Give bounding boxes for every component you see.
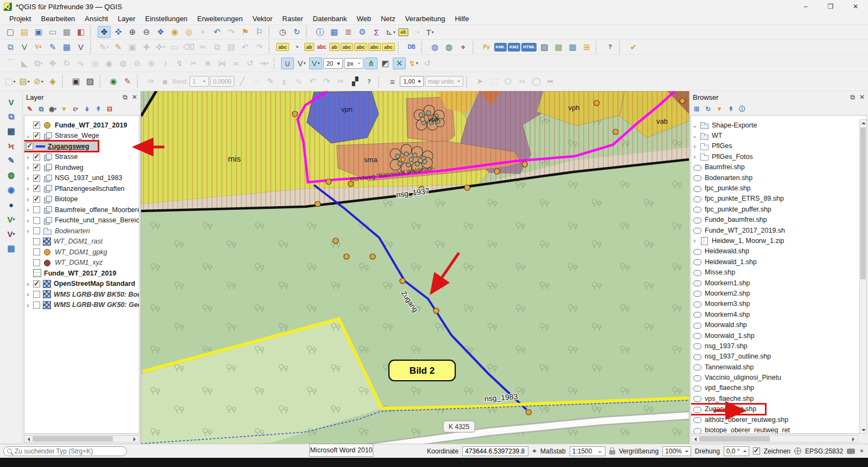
menu-item[interactable]: Projekt <box>4 14 36 24</box>
serval-help[interactable]: ? <box>362 75 375 87</box>
browser-item[interactable]: fpc_punkte.shp <box>691 183 866 193</box>
topological-editing[interactable]: ⋔ <box>365 57 378 69</box>
expander-icon[interactable] <box>691 132 698 139</box>
select-by-value[interactable]: ▤ <box>18 75 31 87</box>
left-dock-tool-10[interactable]: V <box>3 227 20 241</box>
zoom-native[interactable]: ⌖ <box>196 26 209 38</box>
restore-button[interactable]: ❐ <box>818 0 843 13</box>
simplify-feature[interactable]: ∿ <box>74 57 87 69</box>
layer-visibility-checkbox[interactable] <box>33 291 40 298</box>
left-dock-tool-9[interactable]: V <box>3 212 20 226</box>
zoom-full[interactable]: ❖ <box>154 26 167 38</box>
delete-part[interactable]: ⊗ <box>145 57 158 69</box>
browser-item[interactable]: Tannenwald.shp <box>691 362 866 372</box>
browser-item[interactable]: Shape-Exporte <box>691 120 866 130</box>
browser-item[interactable]: vps_flaeche.shp <box>691 393 866 404</box>
layer-tree-item[interactable]: Feuchte_und_nasse_Bereiche <box>24 215 139 226</box>
snapping-mode[interactable]: V <box>295 57 308 69</box>
merge-features[interactable]: ⋈ <box>215 57 228 69</box>
menu-item[interactable]: Datenbank <box>308 14 352 24</box>
layer-tree-item[interactable]: Pflanzengesellschaften <box>24 183 139 194</box>
enable-tracing[interactable]: ↯ <box>407 57 420 69</box>
style-manager[interactable]: ◧ <box>74 26 87 38</box>
layer-tree-item[interactable]: Baumfreie_offene_Moorbere <box>24 204 139 215</box>
left-dock-tool-1[interactable]: V <box>3 95 20 109</box>
expand-all[interactable]: ↡ <box>82 104 92 114</box>
line-width-icon[interactable]: ≡ <box>386 75 399 87</box>
raster-tools[interactable]: ▨ <box>538 41 551 53</box>
new-bookmark[interactable]: ⚑ <box>239 26 252 38</box>
show-bookmarks[interactable]: ⚐ <box>253 26 266 38</box>
select-freehand[interactable]: ∾ <box>516 75 529 87</box>
layout-manager[interactable]: ▦ <box>60 26 73 38</box>
layer-tree-item[interactable]: Strasse_Wege <box>24 131 139 142</box>
browser-item[interactable]: PflGes <box>691 141 866 151</box>
browser-item[interactable]: fpc_punkte_ETRS_89.shp <box>691 194 866 204</box>
left-dock-tool-5[interactable]: ✎ <box>3 153 20 168</box>
scroll-down-icon[interactable] <box>859 427 867 433</box>
move-label[interactable]: abc <box>354 43 367 51</box>
layer-tree-item[interactable]: Biotope <box>24 194 139 205</box>
processing-toolbox[interactable]: ⚙ <box>356 26 369 38</box>
statistical-summary[interactable]: ≣ <box>342 26 355 38</box>
text-annotation[interactable]: T <box>424 26 437 38</box>
raster-fill[interactable]: ◌ <box>250 75 263 87</box>
layer-visibility-checkbox[interactable] <box>33 206 40 213</box>
layer-visibility-checkbox[interactable] <box>33 280 40 287</box>
new-shapefile-layer[interactable]: V+ <box>32 41 45 53</box>
copy-move-feature[interactable]: ⧉ <box>32 57 45 69</box>
layer-tree-item[interactable]: WMS LGRB-BW GK50: Geo <box>24 300 139 311</box>
left-dock-tool-3[interactable]: ▦ <box>3 124 20 138</box>
export-html[interactable]: HTML <box>521 43 537 52</box>
split-parts[interactable]: ⋇ <box>201 57 214 69</box>
map-canvas[interactable]: mis vpn vpb vph vab sma nsg_1937 Rundweg… <box>141 91 689 444</box>
save-edits[interactable]: ▣ <box>126 41 139 53</box>
open-project[interactable]: ▤ <box>18 26 31 38</box>
scroll-thumb[interactable] <box>699 436 770 442</box>
menu-item[interactable]: Raster <box>277 14 308 24</box>
select-rectangle[interactable]: ⬚ <box>488 75 501 87</box>
fill-ring[interactable]: ◍ <box>117 57 130 69</box>
filter-browser[interactable]: ▼ <box>714 104 724 114</box>
layer-visibility-checkbox[interactable] <box>33 185 40 192</box>
browser-item[interactable]: vpd_flaeche.shp <box>691 383 866 393</box>
layers-hscrollbar[interactable] <box>24 435 139 443</box>
tolerance-units[interactable]: px <box>344 58 363 69</box>
layer-tree-item[interactable]: Rundweg <box>24 162 139 173</box>
left-dock-tool-2[interactable]: ⧉ <box>3 110 20 124</box>
browser-item[interactable]: Funde_WT_2017_2019.sh <box>691 225 866 235</box>
expander-icon[interactable] <box>24 290 31 298</box>
browser-item[interactable]: altholz_oberer_reutweg.shp <box>691 414 866 425</box>
layer-visibility-checkbox[interactable] <box>33 196 40 203</box>
expander-icon[interactable] <box>24 206 31 214</box>
search-input[interactable] <box>15 447 123 455</box>
float-panel[interactable]: ⧉ <box>123 93 127 101</box>
change-label[interactable]: abc <box>382 43 395 51</box>
browser-item[interactable]: Vaccinio_uliginosi_Pinetu <box>691 372 866 382</box>
zoom-last[interactable]: ↶ <box>210 26 224 38</box>
browser-item[interactable]: nsg_1937_outline.shp <box>691 351 866 362</box>
expander-icon[interactable] <box>24 301 31 309</box>
save-project[interactable]: ▣ <box>32 26 45 38</box>
modify-attributes[interactable]: ▭ <box>168 41 181 53</box>
select-features[interactable]: ⬚ <box>4 75 17 87</box>
expander-icon[interactable] <box>691 236 698 245</box>
expander-icon[interactable] <box>24 184 31 193</box>
expander-icon[interactable] <box>24 132 31 139</box>
collapse-all[interactable]: ↟ <box>93 104 103 114</box>
identify-features[interactable]: ⓘ <box>314 26 327 38</box>
filter-by-expression[interactable]: ε <box>71 104 80 114</box>
band-label[interactable]: Band: <box>173 75 188 87</box>
minimize-button[interactable]: – <box>793 0 818 13</box>
remove-layer[interactable]: ⊟ <box>105 104 114 114</box>
pan-to-selection[interactable]: ✜ <box>112 26 125 38</box>
render-checkbox[interactable] <box>753 447 760 455</box>
collapse-all[interactable]: ↟ <box>726 104 736 114</box>
expander-icon[interactable] <box>24 153 31 161</box>
browser-item[interactable]: Zugangsweg.shp <box>691 404 866 414</box>
coordinate-input[interactable] <box>462 446 528 456</box>
band-combo[interactable]: 1 <box>189 76 209 87</box>
layer-tree-item[interactable]: OpenStreetMap Standard <box>24 279 139 290</box>
zoom-to-layer[interactable]: ◎ <box>182 26 195 38</box>
expander-icon[interactable] <box>24 216 31 225</box>
